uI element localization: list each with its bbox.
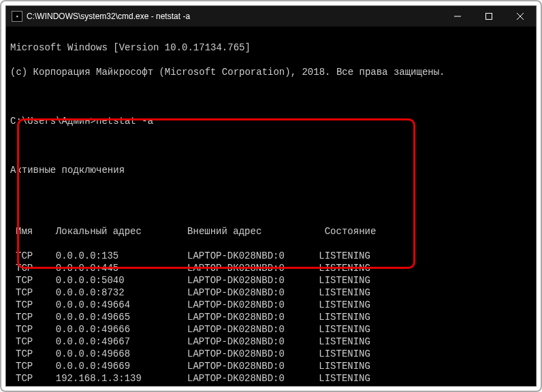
header-remote: Внешний адрес (187, 226, 261, 237)
table-row: TCP 0.0.0.0:445 LAPTOP-DK028NBD:0 LISTEN… (16, 262, 532, 274)
minimize-icon (454, 13, 461, 20)
maximize-icon (485, 13, 492, 20)
table-row: TCP 0.0.0.0:49666 LAPTOP-DK028NBD:0 LIST… (16, 323, 532, 336)
header-name: Имя (16, 226, 33, 237)
header-state: Состояние (325, 226, 377, 237)
netstat-table: Имя Локальный адрес Внешний адрес Состоя… (10, 213, 532, 386)
active-connections-label: Активные подключения (10, 164, 532, 176)
titlebar[interactable]: ▪ C:\WINDOWS\system32\cmd.exe - netstat … (6, 6, 536, 27)
blank-line (10, 140, 532, 152)
screenshot-frame: ▪ C:\WINDOWS\system32\cmd.exe - netstat … (0, 0, 542, 392)
table-row: TCP 0.0.0.0:49667 LAPTOP-DK028NBD:0 LIST… (16, 336, 532, 348)
close-button[interactable] (505, 6, 536, 27)
table-row: TCP 0.0.0.0:49665 LAPTOP-DK028NBD:0 LIST… (16, 311, 532, 323)
cmd-icon: ▪ (12, 11, 22, 22)
header-local: Локальный адрес (56, 226, 142, 237)
maximize-button[interactable] (473, 6, 505, 27)
blank-line (10, 91, 532, 103)
table-row: TCP 0.0.0.0:135 LAPTOP-DK028NBD:0 LISTEN… (16, 250, 532, 262)
banner-line: Microsoft Windows [Version 10.0.17134.76… (10, 42, 532, 54)
prompt-line: C:\Users\Админ>netstat -a (10, 115, 532, 127)
table-row: TCP 192.168.1.3:139 LAPTOP-DK028NBD:0 LI… (16, 372, 532, 385)
table-header-row: Имя Локальный адрес Внешний адрес Состоя… (16, 225, 532, 238)
table-row: TCP 0.0.0.0:8732 LAPTOP-DK028NBD:0 LISTE… (16, 287, 532, 299)
table-row: TCP 0.0.0.0:5040 LAPTOP-DK028NBD:0 LISTE… (16, 274, 532, 287)
blank-line (10, 189, 532, 201)
table-row: TCP 0.0.0.0:49664 LAPTOP-DK028NBD:0 LIST… (16, 299, 532, 311)
minimize-button[interactable] (442, 6, 473, 27)
table-row: TCP 0.0.0.0:49668 LAPTOP-DK028NBD:0 LIST… (16, 348, 532, 360)
cmd-window: ▪ C:\WINDOWS\system32\cmd.exe - netstat … (5, 5, 537, 387)
copyright-line: (c) Корпорация Майкрософт (Microsoft Cor… (10, 66, 532, 78)
svg-rect-1 (486, 14, 492, 20)
window-controls (442, 6, 536, 27)
window-title: C:\WINDOWS\system32\cmd.exe - netstat -a (27, 12, 442, 21)
table-row: TCP 0.0.0.0:49669 LAPTOP-DK028NBD:0 LIST… (16, 360, 532, 372)
terminal-output[interactable]: Microsoft Windows [Version 10.0.17134.76… (6, 27, 536, 386)
close-icon (517, 13, 524, 20)
